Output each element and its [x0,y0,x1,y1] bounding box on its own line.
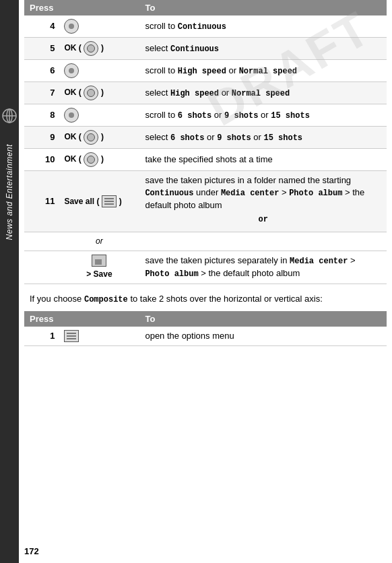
scroll-icon [64,108,79,123]
table-row: 11 Save all ( ) save the taken pictures … [24,171,387,232]
ok-icon [84,130,98,145]
col-to-header: To [139,311,387,327]
ok-icon [84,41,98,56]
table-row: 10 OK ( ) take the specified shots at a … [24,149,387,171]
row-to: scroll to 6 shots or 9 shots or 15 shots [139,104,387,127]
ok-icon [84,86,98,100]
row-num: 8 [24,104,59,127]
col-press-header: Press [24,0,59,15]
row-num-empty [24,232,59,251]
table-row: 9 OK ( ) select 6 shots or 9 shots or 15… [24,127,387,149]
page-number: 172 [24,546,39,556]
instruction-table-2: Press To 1 open the options menu [24,311,387,347]
row-num-empty [24,251,59,284]
globe-icon [1,108,18,124]
row-to: scroll to Continuous [139,15,387,38]
row-to: take the specified shots at a time [139,149,387,171]
table-row: 1 open the options menu [24,327,387,346]
scroll-icon [64,19,79,34]
row-press [59,60,139,82]
row-to-empty [139,232,387,251]
row-num: 4 [24,15,59,38]
col-press-header: Press [24,311,59,327]
row-to: select Continuous [139,38,387,60]
scroll-icon [64,63,79,78]
row-press [59,15,139,38]
row-press-or: or [59,232,139,251]
col-press-header-2 [59,311,139,327]
save-icon [92,255,106,267]
table-row-or: or [24,232,387,251]
row-press: OK ( ) [59,82,139,104]
sidebar: News and Entertainment [0,0,19,563]
table-row-save-icon: > Save save the taken pictures separatel… [24,251,387,284]
row-press: OK ( ) [59,127,139,149]
row-press: OK ( ) [59,38,139,60]
row-num: 10 [24,149,59,171]
row-press-save: > Save [59,251,139,284]
row-to: select 6 shots or 9 shots or 15 shots [139,127,387,149]
row-to: open the options menu [139,327,387,346]
col-press-header-2 [59,0,139,15]
menu-icon [64,330,79,342]
ok-icon [84,152,98,167]
instruction-table-1: Press To 4 scroll to Continuous 5 OK ( [24,0,387,284]
col-to-header: To [139,0,387,15]
row-to: save the taken pictures in a folder name… [139,171,387,232]
row-press: Save all ( ) [59,171,139,232]
save-all-icon [102,195,117,207]
row-to: select High speed or Normal speed [139,82,387,104]
row-press [59,327,139,346]
table-row: 8 scroll to 6 shots or 9 shots or 15 sho… [24,104,387,127]
save-arrow-label: > Save [86,269,112,280]
row-num: 1 [24,327,59,346]
table-row: 4 scroll to Continuous [24,15,387,38]
row-num: 6 [24,60,59,82]
main-content: Press To 4 scroll to Continuous 5 OK ( [19,0,392,357]
row-num: 9 [24,127,59,149]
table-row: 7 OK ( ) select High speed or Normal spe… [24,82,387,104]
row-to-save: save the taken pictures separately in Me… [139,251,387,284]
row-num: 11 [24,171,59,232]
table-row: 6 scroll to High speed or Normal speed [24,60,387,82]
sidebar-label: News and Entertainment [5,144,14,240]
row-num: 5 [24,38,59,60]
body-paragraph: If you choose Composite to take 2 shots … [24,284,387,311]
row-num: 7 [24,82,59,104]
row-press: OK ( ) [59,149,139,171]
row-press [59,104,139,127]
row-to: scroll to High speed or Normal speed [139,60,387,82]
table-row: 5 OK ( ) select Continuous [24,38,387,60]
